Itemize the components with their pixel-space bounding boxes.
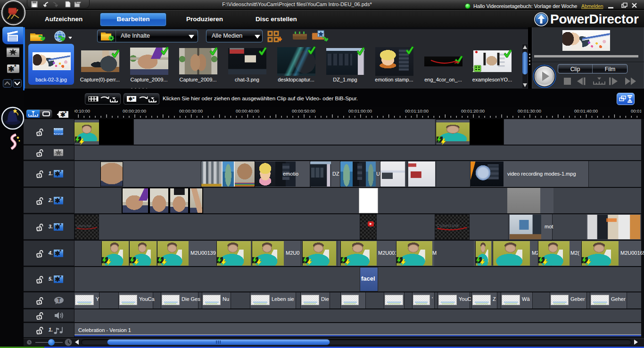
svg-text:✱*: ✱*: [128, 96, 135, 102]
svg-text:*: *: [65, 111, 67, 116]
svg-text:CyberLink: CyberLink: [437, 223, 459, 228]
svg-text:*: *: [59, 170, 62, 175]
svg-text:CyberLink: CyberLink: [76, 224, 91, 228]
svg-text:T: T: [58, 297, 61, 304]
svg-text:*: *: [59, 197, 62, 202]
svg-text:*: *: [59, 250, 62, 254]
svg-text:*: *: [14, 65, 17, 70]
svg-text:✱: ✱: [8, 65, 14, 73]
svg-text:*: *: [59, 275, 62, 280]
svg-text:*: *: [59, 223, 62, 228]
svg-text:You: You: [361, 222, 368, 227]
